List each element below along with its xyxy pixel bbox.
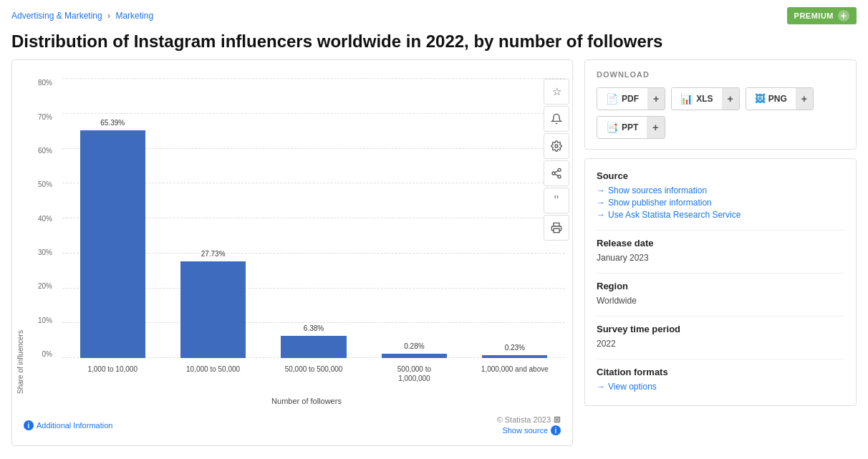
premium-label: PREMIUM [794, 11, 834, 20]
quote-button[interactable]: " [544, 188, 569, 213]
chart-footer-right: © Statista 2023 Show source i [497, 415, 561, 435]
png-btn-main: 🖼 PNG [746, 88, 796, 110]
additional-info-link[interactable]: i Additional Information [24, 420, 112, 430]
pdf-download-button[interactable]: 📄 PDF + [597, 87, 665, 110]
view-options-label: View options [608, 382, 657, 392]
png-plus: + [796, 88, 813, 110]
x-axis-title: Number of followers [12, 394, 572, 410]
svg-point-1 [558, 169, 561, 172]
download-panel: DOWNLOAD 📄 PDF + 📊 XLS + [584, 59, 857, 150]
chart-area: Share of influencers 0% 10% 20% 30% 40% … [12, 72, 572, 394]
svg-rect-6 [554, 229, 559, 233]
pdf-icon: 📄 [606, 93, 618, 105]
bar-label-3: 6.38% [304, 324, 324, 332]
show-sources-link[interactable]: → Show sources information [597, 185, 844, 195]
ppt-btn-main: 📑 PPT [597, 117, 647, 138]
divider-3 [597, 316, 844, 317]
premium-plus-icon: + [838, 10, 849, 21]
x-tick-2: 10,000 to 50,000 [163, 362, 263, 394]
citation-section: Citation formats → View options [597, 367, 844, 392]
bar-label-1: 65.39% [100, 119, 125, 127]
xls-label: XLS [696, 94, 713, 104]
ppt-plus: + [647, 117, 664, 138]
survey-time-section: Survey time period 2022 [597, 324, 844, 349]
chart-footer: i Additional Information © Statista 2023… [12, 410, 572, 440]
source-title: Source [597, 170, 844, 181]
bar-2: 27.73% [180, 261, 246, 358]
release-date-section: Release date January 2023 [597, 238, 844, 263]
png-icon: 🖼 [755, 93, 765, 105]
main-content: Share of influencers 0% 10% 20% 30% 40% … [0, 59, 868, 446]
ppt-download-button[interactable]: 📑 PPT + [597, 116, 665, 139]
download-title: DOWNLOAD [597, 70, 844, 79]
xls-btn-main: 📊 XLS [672, 88, 721, 110]
region-value: Worldwide [597, 296, 844, 306]
right-panel: DOWNLOAD 📄 PDF + 📊 XLS + [584, 59, 857, 446]
show-source-link[interactable]: Show source i [502, 425, 561, 435]
x-tick-5: 1,000,000 and above [465, 362, 565, 394]
pdf-btn-main: 📄 PDF [597, 88, 647, 110]
view-options-link[interactable]: → View options [597, 382, 844, 392]
show-sources-label: Show sources information [608, 185, 707, 195]
divider-2 [597, 273, 844, 274]
x-tick-4: 500,000 to1,000,000 [364, 362, 464, 394]
chart-inner: 0% 10% 20% 30% 40% 50% 60% 70% 80% [34, 72, 572, 394]
release-date-title: Release date [597, 238, 844, 248]
xls-icon: 📊 [680, 93, 693, 105]
bar-group-3: 6.38% [264, 79, 364, 358]
ppt-icon: 📑 [606, 122, 618, 133]
premium-badge[interactable]: PREMIUM + [787, 7, 857, 24]
info-circle-icon: i [551, 425, 561, 435]
arrow-icon-4: → [597, 382, 605, 392]
svg-point-2 [552, 172, 555, 175]
y-axis-label: Share of influencers [12, 72, 34, 394]
ppt-label: PPT [622, 122, 638, 132]
statista-copyright: © Statista 2023 [497, 415, 561, 424]
info-panel: Source → Show sources information → Show… [584, 158, 857, 406]
page-title: Distribution of Instagram influencers wo… [0, 27, 868, 59]
arrow-icon-1: → [597, 185, 605, 195]
bar-label-2: 27.73% [201, 250, 226, 258]
breadcrumb-link-1[interactable]: Advertising & Marketing [11, 11, 102, 21]
xls-download-button[interactable]: 📊 XLS + [671, 87, 740, 110]
bar-label-5: 0.23% [505, 344, 525, 352]
pdf-plus: + [647, 88, 665, 110]
download-buttons: 📄 PDF + 📊 XLS + 🖼 PNG [597, 87, 844, 139]
x-tick-3: 50,000 to 500,000 [264, 362, 364, 394]
bar-3: 6.38% [281, 336, 346, 358]
bar-label-4: 0.28% [404, 342, 424, 350]
star-button[interactable]: ☆ [544, 79, 569, 105]
divider-4 [597, 359, 844, 359]
additional-info-label: Additional Information [37, 421, 112, 430]
breadcrumb-link-2[interactable]: Marketing [115, 11, 153, 21]
top-bar: Advertising & Marketing › Marketing PREM… [0, 0, 868, 27]
print-button[interactable] [544, 215, 569, 241]
bars-area: 65.39% 27.73% 6.38% [62, 79, 565, 358]
png-label: PNG [768, 94, 787, 104]
release-date-value: January 2023 [597, 253, 844, 263]
info-icon: i [24, 420, 34, 430]
bar-group-1: 65.39% [62, 79, 163, 358]
divider-1 [597, 230, 844, 231]
bell-button[interactable] [544, 106, 569, 132]
show-publisher-link[interactable]: → Show publisher information [597, 198, 844, 208]
xls-plus: + [722, 88, 739, 110]
breadcrumb: Advertising & Marketing › Marketing [11, 11, 153, 21]
survey-time-value: 2022 [597, 339, 844, 349]
bar-group-2: 27.73% [163, 79, 263, 358]
region-section: Region Worldwide [597, 281, 844, 306]
ask-statista-link[interactable]: → Use Ask Statista Research Service [597, 210, 844, 220]
region-title: Region [597, 281, 844, 291]
svg-line-4 [555, 174, 559, 176]
share-button[interactable] [544, 160, 569, 186]
bar-group-4: 0.28% [364, 79, 464, 358]
gear-button[interactable] [544, 133, 569, 159]
breadcrumb-separator: › [107, 11, 110, 21]
ask-statista-label: Use Ask Statista Research Service [608, 210, 741, 220]
x-tick-1: 1,000 to 10,000 [62, 362, 163, 394]
png-download-button[interactable]: 🖼 PNG + [746, 87, 814, 110]
pdf-label: PDF [622, 94, 639, 104]
bar-1: 65.39% [80, 130, 145, 359]
x-axis-labels: 1,000 to 10,000 10,000 to 50,000 50,000 … [62, 362, 565, 394]
svg-point-0 [555, 145, 558, 148]
